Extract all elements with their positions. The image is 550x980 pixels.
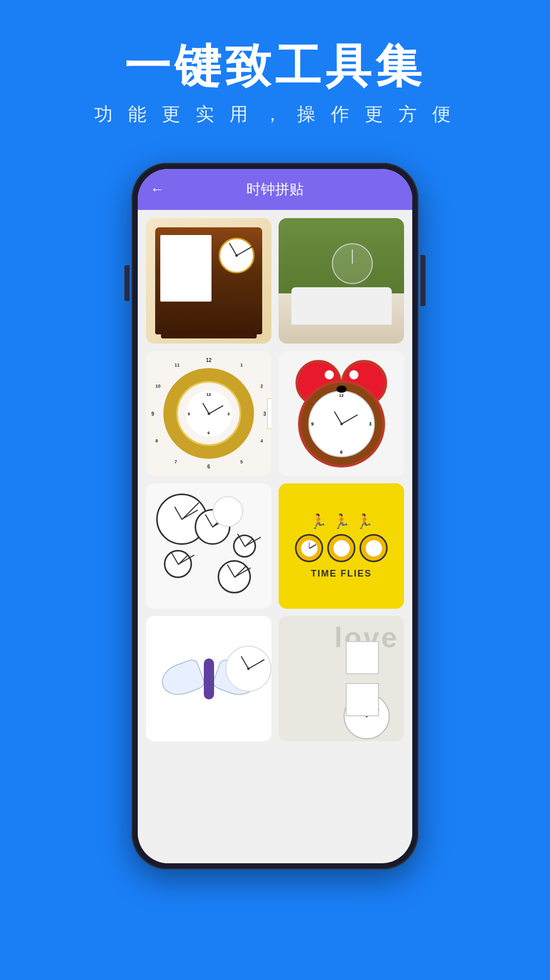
clock-grid: 12 3 6 9 12 3 6 9 [146, 218, 404, 741]
three-clocks [295, 534, 388, 562]
back-button[interactable]: ← [150, 181, 164, 198]
clock-item-1[interactable] [146, 218, 271, 344]
sub-title: 功 能 更 实 用 ， 操 作 更 方 便 [0, 102, 550, 127]
app-header: ← 时钟拼贴 [138, 169, 412, 210]
clock-item-7[interactable] [146, 616, 271, 741]
clock-item-8[interactable]: love 12 [279, 616, 404, 741]
app-content: 12 3 6 9 12 3 6 9 [138, 210, 412, 863]
clock-item-2[interactable] [279, 218, 404, 344]
main-title: 一键致工具集 [0, 41, 550, 92]
phone-screen: ← 时钟拼贴 [138, 169, 412, 863]
clock-item-6[interactable]: 🏃 🏃 🏃 [279, 483, 404, 609]
app-title: 时钟拼贴 [246, 180, 304, 199]
runner-icons: 🏃 🏃 🏃 [309, 513, 373, 530]
clock-item-3[interactable]: 12 3 6 9 12 3 6 9 [146, 351, 271, 476]
header-section: 一键致工具集 功 能 更 实 用 ， 操 作 更 方 便 [0, 0, 550, 147]
phone-device: ← 时钟拼贴 [132, 163, 418, 869]
clock-item-5[interactable] [146, 483, 271, 609]
clock-item-4[interactable]: 12 3 6 9 [279, 351, 404, 476]
time-flies-label: TIME FLIES [311, 568, 372, 579]
phone-wrapper: ← 时钟拼贴 [0, 163, 550, 869]
